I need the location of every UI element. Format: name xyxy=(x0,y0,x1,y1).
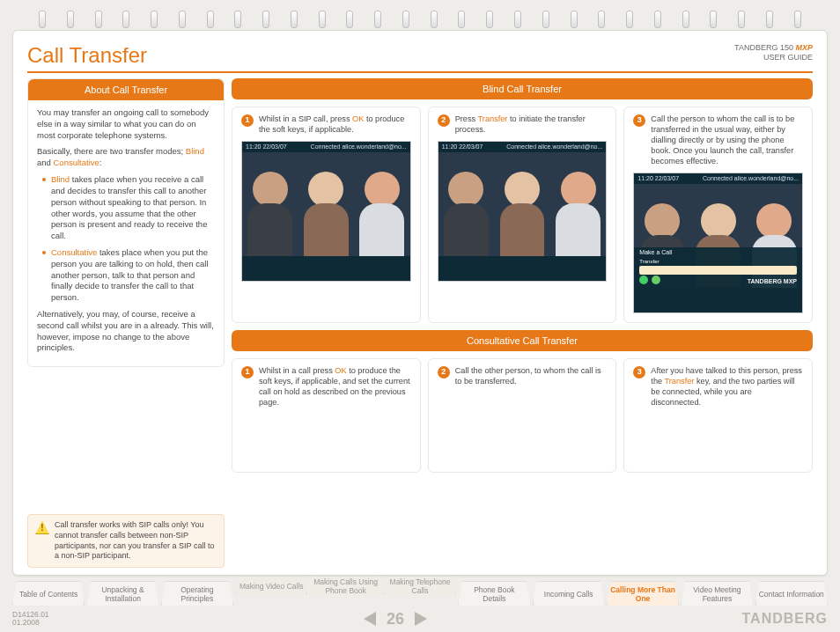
tab-video-meeting[interactable]: Video Meeting Features xyxy=(681,581,753,606)
blind-step1-text: Whilst in a SIP call, press OK to produc… xyxy=(259,114,411,136)
page-body: Call Transfer TANDBERG 150 MXP USER GUID… xyxy=(12,30,828,576)
step-number-icon: 1 xyxy=(241,114,254,127)
step-number-icon: 1 xyxy=(241,366,254,378)
about-heading: About Call Transfer xyxy=(28,79,224,100)
screenshot-softkeys: 11:20 22/03/07Connected alice.wonderland… xyxy=(241,141,411,282)
device-brand: TANDBERG MXP xyxy=(748,278,797,284)
cons-step1-text: Whilst in a call press OK to produce the… xyxy=(259,366,411,408)
prev-page-icon[interactable] xyxy=(364,612,376,626)
screenshot-make-call: 11:20 22/03/07Connected alice.wonderland… xyxy=(633,173,803,313)
cons-step3-text: After you have talked to this person, pr… xyxy=(651,366,803,408)
brand-name: TANDBERG 150 xyxy=(734,43,793,52)
dial-input xyxy=(639,266,797,275)
brand-subtitle: USER GUIDE xyxy=(763,53,813,62)
about-bullet-consultative: Consultative takes place when you put th… xyxy=(42,247,215,304)
blind-step2-text: Press Transfer to initiate the transfer … xyxy=(455,114,608,136)
about-p2: Basically, there are two transfer modes;… xyxy=(37,146,215,169)
tab-phonebook-details[interactable]: Phone Book Details xyxy=(458,581,530,606)
consultative-heading: Consultative Call Transfer xyxy=(232,330,813,351)
next-page-icon[interactable] xyxy=(415,612,427,626)
brand-block: TANDBERG 150 MXP USER GUIDE xyxy=(734,43,813,62)
page-number: 26 xyxy=(387,610,404,628)
nav-tabs: Table of Contents Unpacking & Installati… xyxy=(12,581,828,606)
sip-warning: Call transfer works with SIP calls only!… xyxy=(27,514,225,568)
screenshot-transfer: 11:20 22/03/07Connected alice.wonderland… xyxy=(438,141,608,282)
menu-make-call-label: Make a Call xyxy=(634,247,802,257)
step-number-icon: 2 xyxy=(438,366,450,378)
tab-contact[interactable]: Contact Information xyxy=(755,581,828,606)
blind-heading: Blind Call Transfer xyxy=(232,78,813,99)
tab-telephone-calls[interactable]: Making Telephone Calls xyxy=(384,576,456,595)
tandberg-logo: TANDBERG xyxy=(742,611,828,627)
page-title: Call Transfer xyxy=(27,43,147,68)
step-number-icon: 2 xyxy=(438,114,450,127)
about-p3: Alternatively, you may, of course, recei… xyxy=(37,309,215,354)
cons-step-3: 3 After you have talked to this person, … xyxy=(623,358,813,473)
about-panel: About Call Transfer You may transfer an … xyxy=(27,78,225,367)
menu-transfer-label: Transfer xyxy=(634,257,802,266)
blind-step-2: 2 Press Transfer to initiate the transfe… xyxy=(428,107,617,323)
warning-icon xyxy=(35,520,49,534)
doc-info: D14126.01 01.2008 xyxy=(12,611,49,628)
step-number-icon: 3 xyxy=(633,366,645,378)
pager: 26 xyxy=(364,610,427,628)
tab-toc[interactable]: Table of Contents xyxy=(12,581,85,606)
doc-date: 01.2008 xyxy=(12,619,49,627)
tab-phonebook-calls[interactable]: Making Calls Using Phone Book xyxy=(309,576,381,595)
tab-incoming[interactable]: Incoming Calls xyxy=(533,581,605,606)
brand-mxp: MXP xyxy=(795,43,813,52)
blind-step3-text: Call the person to whom the call is to b… xyxy=(651,114,803,167)
about-bullet-blind: Blind takes place when you receive a cal… xyxy=(42,174,215,242)
tab-video-calls[interactable]: Making Video Calls xyxy=(235,576,307,595)
spiral-binding xyxy=(12,11,828,30)
cons-step-1: 1 Whilst in a call press OK to produce t… xyxy=(232,358,421,473)
about-p1: You may transfer an ongoing call to some… xyxy=(37,107,215,141)
tab-calling-more[interactable]: Calling More Than One xyxy=(607,581,679,606)
cons-step2-text: Call the other person, to whom the call … xyxy=(455,366,608,387)
tab-unpacking[interactable]: Unpacking & Installation xyxy=(86,581,158,606)
step-number-icon: 3 xyxy=(633,114,645,127)
blind-step-3: 3 Call the person to whom the call is to… xyxy=(623,107,813,323)
blind-step-1: 1 Whilst in a SIP call, press OK to prod… xyxy=(232,107,421,323)
cons-step-2: 2 Call the other person, to whom the cal… xyxy=(428,358,617,473)
warning-text: Call transfer works with SIP calls only!… xyxy=(55,520,217,562)
tab-operating[interactable]: Operating Principles xyxy=(161,581,233,606)
